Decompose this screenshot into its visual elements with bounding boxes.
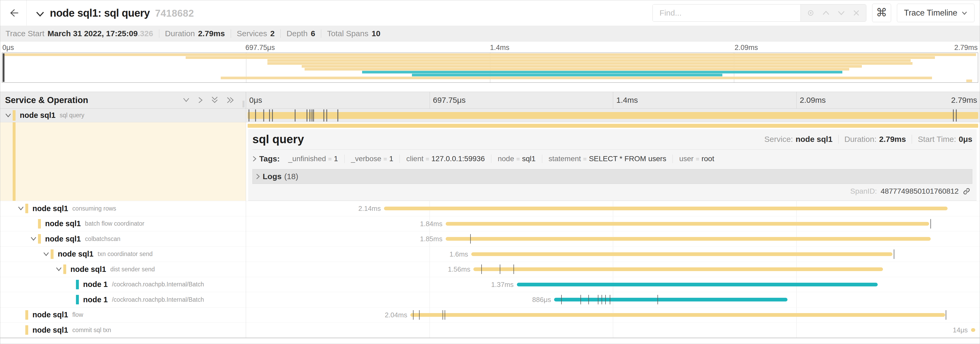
logs-row[interactable]: Logs (18) — [252, 169, 972, 184]
span-bar-row[interactable]: 1.37ms — [246, 277, 980, 293]
tag-equals: = — [516, 155, 520, 163]
log-tick — [956, 109, 956, 122]
service-name: node 1 — [83, 295, 108, 304]
span-bar[interactable] — [473, 267, 883, 271]
tag-value: 1 — [389, 155, 393, 163]
log-tick — [326, 109, 327, 122]
span-color-bar — [25, 310, 28, 320]
timeline-tick-label: 1.4ms — [613, 92, 797, 108]
span-bar[interactable] — [384, 206, 948, 210]
stat-value: March 31 2022, 17:25:09 — [48, 29, 138, 38]
span-duration-label: 14μs — [953, 326, 968, 334]
stat-label: Duration — [165, 29, 195, 38]
expand-one-icon[interactable] — [198, 96, 203, 104]
minimap-span-bar — [362, 71, 842, 74]
back-button[interactable] — [0, 0, 27, 26]
tree-row[interactable]: node sql1batch flow coordinator — [0, 216, 246, 232]
minimap-span-bar — [412, 74, 722, 76]
chevron-down-icon[interactable] — [56, 267, 63, 272]
log-tick — [470, 234, 471, 243]
chevron-down-icon[interactable] — [36, 11, 45, 17]
minimap-spans — [2, 53, 978, 82]
span-bar[interactable] — [554, 298, 788, 301]
service-name: node sql1 — [32, 310, 68, 319]
start-time-value: 0μs — [959, 135, 972, 144]
tag-equals: = — [426, 155, 430, 163]
log-tick — [312, 109, 312, 122]
span-bar[interactable] — [248, 112, 978, 119]
minimap-span-row — [2, 71, 978, 74]
tree-row[interactable]: node 1/cockroach.roachpb.Internal/Batch — [0, 277, 246, 293]
chevron-down-icon[interactable] — [43, 251, 51, 257]
chevron-down-icon[interactable] — [30, 236, 38, 242]
column-resize-grip[interactable]: ∥ — [242, 99, 245, 108]
logs-count: (18) — [284, 172, 298, 181]
find-input[interactable] — [653, 5, 800, 21]
span-bar-row[interactable]: 2.14ms — [246, 201, 980, 216]
trace-view-selector[interactable]: Trace Timeline — [897, 4, 974, 22]
collapse-all-icon[interactable] — [211, 96, 218, 104]
tree-row[interactable]: node sql1commit sql txn — [0, 323, 246, 338]
span-bar-row[interactable]: 1.85ms — [246, 232, 980, 247]
span-bar-row[interactable]: 886μs — [246, 292, 980, 307]
log-tick — [589, 295, 589, 304]
tag-item: client=127.0.0.1:59936 — [399, 155, 491, 163]
operation-name: dist sender send — [110, 266, 155, 273]
logs-label: Logs — [262, 172, 282, 181]
minimap-drag-handle[interactable] — [3, 53, 5, 82]
link-icon[interactable] — [963, 187, 971, 195]
tree-row[interactable]: node sql1sql query — [0, 109, 246, 122]
keyboard-shortcuts-button[interactable]: ⌘ — [872, 4, 891, 22]
span-bar[interactable] — [517, 283, 878, 286]
tree-row[interactable]: node 1/cockroach.roachpb.Internal/Batch — [0, 292, 246, 307]
close-icon[interactable] — [853, 10, 860, 16]
service-name: node 1 — [83, 280, 108, 289]
locate-icon[interactable] — [807, 9, 815, 17]
minimap-span-row — [2, 65, 978, 68]
operation-name: flow — [72, 311, 83, 318]
chevron-down-icon[interactable] — [5, 113, 13, 118]
tag-equals: = — [328, 155, 332, 163]
tag-key: statement — [549, 155, 581, 163]
span-bar-row[interactable]: 1.6ms — [246, 247, 980, 262]
span-bar-row[interactable]: 14μs — [246, 323, 980, 338]
stat-separator — [280, 29, 281, 38]
tree-row[interactable]: node sql1consuming rows — [0, 201, 246, 216]
log-tick — [307, 109, 307, 122]
span-bar-row[interactable]: 1.56ms — [246, 262, 980, 277]
span-bar-row[interactable]: 1.84ms — [246, 216, 980, 232]
log-tick — [255, 109, 256, 122]
expand-all-icon[interactable] — [226, 96, 234, 104]
log-tick — [249, 109, 250, 122]
service-label: Service: — [764, 135, 793, 144]
span-detail-panel: sql query Service: node sql1 Duration: 2… — [248, 129, 977, 201]
tags-row[interactable]: Tags: _unfinished=1_verbose=1client=127.… — [252, 151, 972, 166]
span-bar-row[interactable] — [246, 109, 980, 122]
span-bar[interactable] — [471, 252, 892, 256]
stat-value: 6 — [311, 29, 315, 38]
tree-row[interactable]: node sql1flow — [0, 307, 246, 323]
log-tick — [442, 310, 443, 320]
collapse-one-icon[interactable] — [183, 98, 190, 103]
span-bar-row[interactable]: 2.04ms — [246, 307, 980, 323]
tag-value: root — [702, 155, 714, 163]
span-bar[interactable] — [446, 222, 929, 226]
log-tick — [419, 310, 420, 320]
chevron-down-icon[interactable] — [838, 10, 845, 16]
span-bar[interactable] — [971, 328, 975, 332]
chevron-right-icon[interactable] — [252, 156, 257, 162]
tree-row[interactable]: node sql1dist sender send — [0, 262, 246, 277]
chevron-right-icon[interactable] — [256, 173, 260, 180]
trace-minimap: 0μs697.75μs1.4ms2.09ms2.79ms — [0, 42, 980, 92]
service-name: node sql1 — [32, 204, 68, 213]
selected-span-bar-strip[interactable] — [246, 122, 980, 129]
chevron-down-icon[interactable] — [18, 206, 25, 211]
tree-row[interactable]: node sql1txn coordinator send — [0, 247, 246, 262]
operation-name: /cockroach.roachpb.Internal/Batch — [112, 281, 204, 288]
minimap-canvas[interactable] — [2, 53, 978, 83]
chevron-up-icon[interactable] — [822, 10, 830, 16]
span-color-bar — [76, 280, 79, 289]
span-bar[interactable] — [446, 237, 931, 241]
tree-row[interactable]: node sql1colbatchscan — [0, 232, 246, 247]
span-bar[interactable] — [410, 313, 945, 317]
